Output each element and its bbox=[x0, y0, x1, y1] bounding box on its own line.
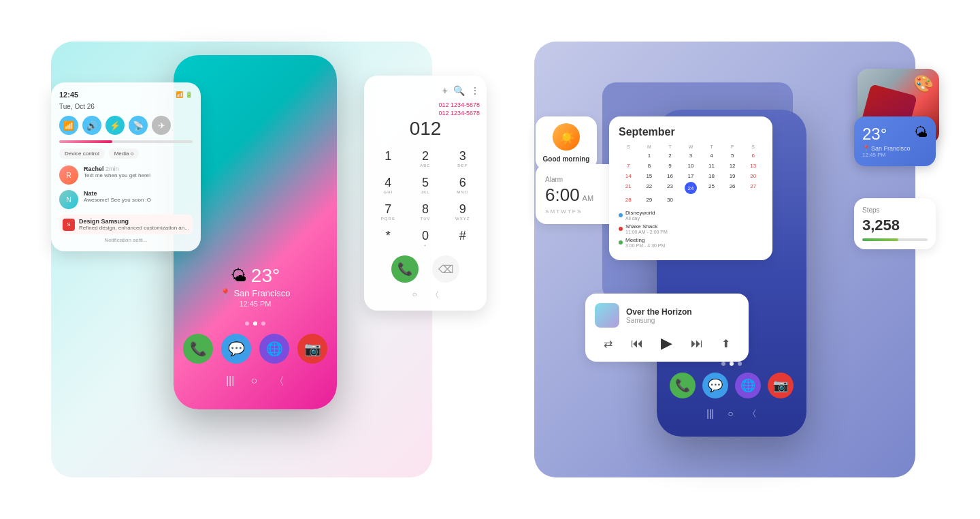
cal-cell[interactable]: 18 bbox=[702, 172, 721, 180]
nav-home[interactable]: ○ bbox=[250, 375, 257, 389]
cal-event-disneyworld: Disneyworld All day bbox=[619, 210, 763, 221]
cal-cell[interactable] bbox=[619, 151, 638, 160]
nav-recents[interactable]: ||| bbox=[226, 375, 234, 389]
cal-cell[interactable]: 1 bbox=[640, 151, 659, 160]
cal-cell-today[interactable]: 24 bbox=[685, 182, 697, 194]
cal-cell[interactable]: 27 bbox=[743, 182, 763, 194]
nav-recents-r[interactable]: ||| bbox=[706, 408, 714, 420]
steps-label: Steps bbox=[862, 206, 928, 214]
dialer-key-8[interactable]: 8 TUV bbox=[408, 200, 443, 223]
cal-cell[interactable]: 3 bbox=[681, 151, 701, 160]
cal-cell[interactable]: 13 bbox=[743, 161, 763, 170]
search-icon[interactable]: 🔍 bbox=[453, 85, 465, 96]
cal-cell[interactable]: 15 bbox=[640, 172, 659, 180]
cal-cell[interactable]: 14 bbox=[619, 172, 638, 180]
dialer-key-2[interactable]: 2 ABC bbox=[408, 146, 443, 170]
notif-item-rachel: R Rachel 2min Text me when you get here! bbox=[59, 166, 193, 185]
cal-cell[interactable]: 19 bbox=[723, 172, 742, 180]
dialer-key-4[interactable]: 4 GHI bbox=[371, 173, 406, 197]
dialer-key-1[interactable]: 1 bbox=[371, 146, 406, 170]
dialer-actions: 📞 ⌫ bbox=[371, 255, 480, 283]
cal-cell bbox=[743, 195, 763, 204]
prev-button[interactable]: ⏮ bbox=[631, 336, 643, 351]
steps-count: 3,258 bbox=[862, 217, 928, 234]
event-dot bbox=[619, 240, 623, 245]
notif-content-rachel: Rachel 2min Text me when you get here! bbox=[84, 166, 193, 178]
cal-cell[interactable]: 22 bbox=[640, 182, 659, 194]
call-button[interactable]: 📞 bbox=[391, 255, 419, 283]
cal-cell[interactable]: 4 bbox=[702, 151, 721, 160]
delete-button[interactable]: ⌫ bbox=[432, 255, 459, 283]
nav-home-r[interactable]: ○ bbox=[728, 408, 733, 420]
add-icon[interactable]: + bbox=[442, 85, 448, 96]
camera-icon-r[interactable]: 📷 bbox=[768, 373, 794, 398]
internet-icon-r[interactable]: 🌐 bbox=[735, 373, 761, 398]
more-icon[interactable]: ⋮ bbox=[470, 85, 480, 96]
dialer-nav-home[interactable]: ○ bbox=[412, 289, 416, 301]
cal-cell[interactable]: 20 bbox=[743, 172, 763, 180]
mobile-toggle[interactable]: 📡 bbox=[129, 116, 148, 135]
dialer-key-hash[interactable]: # bbox=[445, 226, 480, 250]
internet-icon[interactable]: 🌐 bbox=[259, 334, 289, 364]
widget-calendar: September S M T W T F S 1 2 3 4 5 6 7 8 bbox=[609, 116, 772, 260]
alarm-time: 6:00 bbox=[545, 185, 580, 206]
play-button[interactable]: ▶ bbox=[661, 334, 672, 352]
cal-cell[interactable]: 17 bbox=[681, 172, 701, 180]
messages-icon-r[interactable]: 💬 bbox=[702, 373, 728, 398]
bt-toggle[interactable]: ⚡ bbox=[105, 116, 125, 135]
cal-cell[interactable]: 10 bbox=[681, 161, 701, 170]
widget-steps: Steps 3,258 bbox=[854, 198, 936, 249]
dialer-key-7[interactable]: 7 PQRS bbox=[371, 200, 406, 223]
cal-cell[interactable]: 30 bbox=[660, 195, 680, 204]
dialer-key-0[interactable]: 0 + bbox=[408, 226, 443, 250]
phone-icon-r[interactable]: 📞 bbox=[670, 373, 696, 398]
wifi-toggle[interactable]: 📶 bbox=[59, 116, 78, 135]
cast-button[interactable]: ⬆ bbox=[721, 337, 730, 350]
dialer-key-6[interactable]: 6 MNO bbox=[445, 173, 480, 197]
dialer-key-9[interactable]: 9 WXYZ bbox=[445, 200, 480, 223]
steps-bar bbox=[862, 238, 928, 241]
cal-cell[interactable]: 29 bbox=[640, 195, 659, 204]
weather-time-right: 12:45 PM bbox=[862, 152, 928, 158]
media-btn[interactable]: Media o bbox=[109, 148, 139, 159]
dialer-nav-back[interactable]: 〈 bbox=[431, 289, 439, 301]
dialer-key-3[interactable]: 3 DEF bbox=[445, 146, 480, 170]
dot-active bbox=[730, 362, 734, 366]
cal-cell[interactable]: 7 bbox=[619, 161, 638, 170]
cal-cell[interactable]: 11 bbox=[702, 161, 721, 170]
shuffle-button[interactable]: ⇄ bbox=[604, 337, 612, 350]
phone-icon[interactable]: 📞 bbox=[183, 334, 213, 364]
art-umbrella: 🎨 bbox=[913, 74, 934, 93]
next-button[interactable]: ⏭ bbox=[691, 336, 703, 351]
camera-icon[interactable]: 📷 bbox=[297, 334, 327, 364]
messages-icon[interactable]: 💬 bbox=[221, 334, 251, 364]
cal-cell[interactable]: 9 bbox=[660, 161, 680, 170]
avatar-nate: N bbox=[59, 190, 78, 209]
cal-cell[interactable]: 16 bbox=[660, 172, 680, 180]
cal-cell[interactable]: 6 bbox=[743, 151, 763, 160]
sound-toggle[interactable]: 🔊 bbox=[82, 116, 101, 135]
cal-cell[interactable]: 5 bbox=[723, 151, 742, 160]
dialer-display: 012 bbox=[371, 118, 480, 140]
cal-cell[interactable]: 28 bbox=[619, 195, 638, 204]
device-control-btn[interactable]: Device control bbox=[59, 148, 105, 159]
cal-cell[interactable]: 21 bbox=[619, 182, 638, 194]
cal-cell[interactable]: 25 bbox=[702, 182, 721, 194]
notif-content-nate: Nate Awesome! See you soon :O bbox=[84, 190, 193, 203]
cal-header: F bbox=[723, 144, 742, 150]
cal-cell[interactable]: 23 bbox=[660, 182, 680, 194]
dialer-key-star[interactable]: * bbox=[371, 226, 406, 250]
dot bbox=[721, 362, 725, 366]
nav-back[interactable]: 〈 bbox=[274, 375, 284, 389]
music-controls: ⇄ ⏮ ▶ ⏭ ⬆ bbox=[595, 334, 739, 352]
nav-back-r[interactable]: 〈 bbox=[747, 408, 757, 420]
cal-grid: S M T W T F S 1 2 3 4 5 6 7 8 9 10 11 bbox=[619, 144, 763, 204]
cal-cell[interactable]: 8 bbox=[640, 161, 659, 170]
dialer-key-5[interactable]: 5 JKL bbox=[408, 173, 443, 197]
airplane-toggle[interactable]: ✈ bbox=[152, 116, 171, 135]
notif-settings[interactable]: Notification setti... bbox=[59, 237, 193, 243]
alarm-label: Alarm bbox=[545, 176, 563, 183]
cal-cell[interactable]: 26 bbox=[723, 182, 742, 194]
cal-cell[interactable]: 12 bbox=[723, 161, 742, 170]
cal-cell[interactable]: 2 bbox=[660, 151, 680, 160]
